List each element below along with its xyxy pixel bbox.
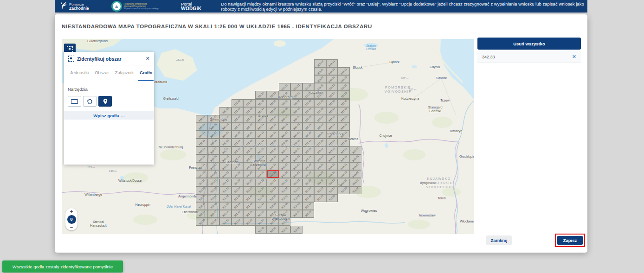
grid-cell[interactable]: 332.32 xyxy=(279,131,291,139)
grid-cell[interactable]: 350.23 xyxy=(196,186,208,194)
grid-cell[interactable]: 361.42 xyxy=(255,226,267,234)
grid-cell[interactable]: 343.43 xyxy=(338,170,350,178)
grid-cell[interactable]: 331.11 xyxy=(219,115,232,123)
grid-cell[interactable]: 322.13 xyxy=(267,91,279,99)
grid-cell[interactable]: 351.11 xyxy=(219,178,232,186)
grid-cell[interactable]: 331.14 xyxy=(232,123,244,131)
grid-cell[interactable]: 321.41 xyxy=(243,99,255,107)
grid-cell[interactable]: 341.42 xyxy=(255,162,267,170)
grid-cell[interactable]: 331.34 xyxy=(232,139,244,146)
grid-cell[interactable]: 330.22 xyxy=(208,115,220,123)
grid-cell[interactable]: 340.42 xyxy=(208,162,220,170)
grid-cell[interactable]: 332.42 xyxy=(303,131,315,139)
grid-cell[interactable]: 353.13 xyxy=(314,186,326,194)
grid-cell[interactable]: 341.43 xyxy=(243,170,255,178)
grid-cell[interactable]: 340.21 xyxy=(196,146,208,154)
grid-cell[interactable]: 321.43 xyxy=(243,107,255,115)
grid-cell[interactable]: 333.11 xyxy=(314,115,326,123)
grid-cell[interactable]: 332.44 xyxy=(303,139,315,146)
grid-cell[interactable]: 323.43 xyxy=(338,107,350,115)
grid-cell[interactable]: 351.44 xyxy=(255,202,267,210)
grid-cell[interactable]: 352.43 xyxy=(290,202,303,210)
grid-cell[interactable]: 321.32 xyxy=(232,99,244,107)
tab-godło[interactable]: Godło xyxy=(140,70,152,81)
grid-cell[interactable]: 362.11 xyxy=(267,210,279,218)
grid-cell[interactable]: 313.34 xyxy=(326,75,338,83)
grid-cell[interactable]: 333.14 xyxy=(326,123,338,131)
grid-cell[interactable]: 353.22 xyxy=(350,178,362,186)
grid-cell[interactable]: 342.22 xyxy=(303,146,315,154)
grid-cell[interactable]: 322.21 xyxy=(290,83,303,91)
grid-cell[interactable]: 323.14 xyxy=(326,91,338,99)
grid-cell[interactable]: 322.34 xyxy=(279,107,291,115)
grid-cell[interactable]: 330.24 xyxy=(208,123,220,131)
pomorze-zachodnie-logo[interactable]: Pomorze Zachodnie xyxy=(60,1,89,12)
grid-cell[interactable]: 362.32 xyxy=(279,226,291,234)
grid-cell[interactable]: 350.44 xyxy=(208,202,220,210)
grid-cell[interactable]: 323.13 xyxy=(314,91,326,99)
rectangle-tool[interactable] xyxy=(68,96,81,107)
grid-cell[interactable]: 322.33 xyxy=(267,107,279,115)
grid-cell[interactable]: 352.24 xyxy=(303,186,315,194)
grid-cell[interactable]: 361.22 xyxy=(255,210,267,218)
grid-cell[interactable]: 360.21 xyxy=(196,210,208,218)
grid-cell[interactable]: 331.22 xyxy=(255,115,267,123)
grid-cell[interactable]: 353.14 xyxy=(326,186,338,194)
grid-cell[interactable]: 342.13 xyxy=(267,154,279,162)
grid-cell[interactable]: 343.21 xyxy=(338,146,350,154)
grid-cell[interactable]: 333.33 xyxy=(314,139,326,146)
grid-cell[interactable]: 333.41 xyxy=(338,131,350,139)
grid-cell[interactable]: 343.22 xyxy=(350,146,362,154)
grid-cell[interactable]: 342.43 xyxy=(290,170,303,178)
grid-cell[interactable]: 350.24 xyxy=(208,186,220,194)
grid-cell[interactable]: 340.24 xyxy=(208,154,220,162)
grid-cell[interactable]: 331.31 xyxy=(219,131,232,139)
grid-cell[interactable]: 351.13 xyxy=(219,186,232,194)
grid-cell[interactable]: 352.22 xyxy=(303,178,315,186)
tab-obszar[interactable]: Obszar xyxy=(95,70,109,81)
grid-cell[interactable]: 343.14 xyxy=(326,154,338,162)
grid-cell[interactable]: 321.42 xyxy=(255,99,267,107)
grid-cell[interactable]: 360.22 xyxy=(208,210,220,218)
grid-cell[interactable]: 341.31 xyxy=(219,162,232,170)
grid-cell[interactable]: 361.23 xyxy=(243,218,255,226)
grid-cell[interactable]: 341.12 xyxy=(232,146,244,154)
grid-cell[interactable]: 352.21 xyxy=(290,178,303,186)
grid-cell[interactable]: 341.23 xyxy=(243,154,255,162)
grid-cell[interactable]: 321.44 xyxy=(255,107,267,115)
grid-cell[interactable]: 322.41 xyxy=(290,99,303,107)
grid-cell[interactable]: 332.34 xyxy=(279,139,291,146)
remove-all-button[interactable]: Usuń wszystko xyxy=(477,38,581,50)
grid-cell[interactable]: 361.13 xyxy=(219,218,232,226)
grid-cell[interactable]: 343.42 xyxy=(350,162,362,170)
grid-cell[interactable]: 362.14 xyxy=(279,218,291,226)
grid-cell[interactable]: 331.33 xyxy=(219,139,232,146)
grid-cell[interactable]: 362.12 xyxy=(279,210,291,218)
grid-cell[interactable]: 341.41 xyxy=(243,162,255,170)
grid-cell[interactable]: 361.12 xyxy=(232,210,244,218)
grid-cell[interactable]: 313.13 xyxy=(314,59,326,67)
grid-cell[interactable]: 343.12 xyxy=(326,146,338,154)
grid-cell[interactable]: 333.13 xyxy=(314,123,326,131)
close-icon[interactable]: ✕ xyxy=(146,56,150,61)
remove-item-icon[interactable]: ✕ xyxy=(572,54,576,60)
grid-cell[interactable]: 332.41 xyxy=(290,131,303,139)
grid-cell[interactable]: 323.21 xyxy=(338,83,350,91)
grid-cell[interactable]: 350.22 xyxy=(208,178,220,186)
grid-cell[interactable]: 342.44 xyxy=(303,170,315,178)
map-canvas[interactable]: 313.13313.14313.31313.32313.41313.33313.… xyxy=(62,39,474,234)
grid-cell[interactable]: 331.41 xyxy=(243,131,255,139)
grid-cell[interactable]: 332.33 xyxy=(267,139,279,146)
grid-cell[interactable]: 332.12 xyxy=(279,115,291,123)
grid-cell[interactable]: 331.13 xyxy=(219,123,232,131)
point-tool[interactable] xyxy=(98,96,112,107)
grid-cell[interactable]: 322.24 xyxy=(303,91,315,99)
enter-codes-link[interactable]: Wpisz godła ... xyxy=(64,111,154,120)
grid-cell[interactable]: 351.33 xyxy=(219,202,232,210)
grid-cell[interactable]: 341.21 xyxy=(243,146,255,154)
grid-cell[interactable]: 323.33 xyxy=(314,107,326,115)
grid-cell[interactable]: 351.21 xyxy=(243,178,255,186)
grid-cell[interactable]: 331.43 xyxy=(243,139,255,146)
grid-cell[interactable]: 352.23 xyxy=(290,186,303,194)
grid-cell[interactable]: 313.14 xyxy=(326,59,338,67)
